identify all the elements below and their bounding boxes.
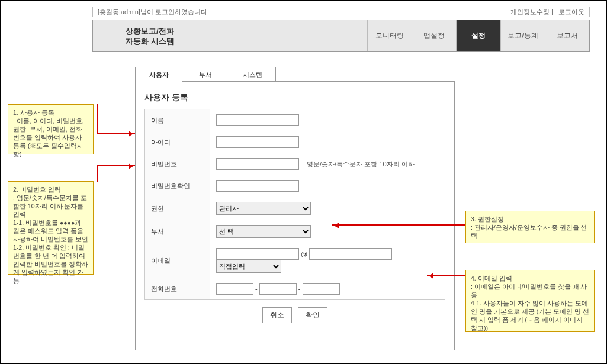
arrow-2-h (97, 165, 135, 166)
password-hint: 영문/숫자/특수문자 포함 10자리 이하 (307, 160, 415, 167)
nav-items: 모니터링맵설정설정보고/통계보고서 (367, 20, 589, 51)
password-confirm-input[interactable] (216, 180, 299, 192)
id-input[interactable] (216, 136, 299, 148)
nav-bar: 상황보고/전파 자동화 시스템 모니터링맵설정설정보고/통계보고서 (92, 20, 590, 52)
role-select[interactable]: 관리자 (216, 202, 311, 215)
email-domain-select[interactable]: 직접입력 (216, 260, 281, 273)
arrow-2-v (97, 165, 98, 182)
tab-0[interactable]: 사용자 (135, 67, 182, 82)
logout-link[interactable]: 로그아웃 (558, 8, 584, 15)
top-header: [홍길동|admin]님이 로그인하였습니다 개인정보수정 | 로그아웃 (92, 7, 590, 17)
label-password: 비밀번호 (145, 153, 210, 175)
nav-item-0[interactable]: 모니터링 (367, 20, 412, 51)
callout-password: 2. 비밀번호 입력 : 영문/숫자/특수문자를 포함한 10자리 이하 문자를… (8, 181, 94, 275)
tab-2[interactable]: 시스템 (229, 67, 276, 82)
label-name: 이름 (145, 109, 210, 131)
form-table: 이름 아이디 비밀번호 영문/숫자/특수문자 포함 10자리 이하 비밀번호확인… (144, 109, 445, 300)
phone3-input[interactable] (303, 283, 340, 295)
header-right: 개인정보수정 | 로그아웃 (507, 8, 584, 17)
nav-item-2[interactable]: 설정 (456, 20, 500, 51)
login-status: [홍길동|admin]님이 로그인하였습니다 (98, 8, 207, 17)
email-at: @ (301, 250, 307, 257)
tab-1[interactable]: 부서 (182, 67, 229, 82)
arrow-4-h (427, 275, 465, 276)
callout-user-register: 1. 사용자 등록 : 이름, 아이디, 비밀번호, 권한, 부서, 이메일, … (8, 104, 94, 154)
callout-role: 3. 권한설정 : 관리자/운영자/운영보수자 중 권한을 선택 (465, 211, 595, 243)
confirm-button[interactable]: 확인 (298, 307, 327, 323)
label-id: 아이디 (145, 131, 210, 153)
arrow-1-v (97, 104, 98, 133)
phone2-input[interactable] (259, 283, 297, 295)
nav-item-3[interactable]: 보고/통계 (500, 20, 545, 51)
label-dept: 부서 (145, 220, 210, 243)
callout-email: 4. 이메일 입력 : 이메일은 아이디/비밀번호를 찾을 때 사용4-1. 사… (465, 270, 595, 332)
phone1-input[interactable] (216, 283, 253, 295)
label-role: 권한 (145, 197, 210, 220)
email-local-input[interactable] (216, 248, 299, 260)
system-title: 상황보고/전파 자동화 시스템 (93, 20, 318, 51)
label-password-confirm: 비밀번호확인 (145, 175, 210, 197)
nav-item-4[interactable]: 보고서 (545, 20, 589, 51)
form-title: 사용자 등록 (144, 92, 445, 103)
profile-link[interactable]: 개인정보수정 (510, 8, 550, 15)
cancel-button[interactable]: 취소 (262, 307, 292, 323)
label-email: 이메일 (145, 243, 210, 278)
dept-select[interactable]: 선 택 (216, 225, 311, 238)
label-phone: 전화번호 (145, 278, 210, 300)
email-domain-input[interactable] (309, 248, 392, 260)
password-input[interactable] (216, 158, 299, 170)
button-row: 취소 확인 (144, 307, 445, 323)
arrow-3-h (332, 224, 465, 226)
tabs: 사용자부서시스템 (135, 67, 275, 82)
form-panel: 사용자 등록 이름 아이디 비밀번호 영문/숫자/특수문자 포함 10자리 이하… (135, 81, 455, 350)
nav-item-1[interactable]: 맵설정 (412, 20, 456, 51)
arrow-1-h (97, 133, 135, 134)
name-input[interactable] (216, 114, 299, 126)
